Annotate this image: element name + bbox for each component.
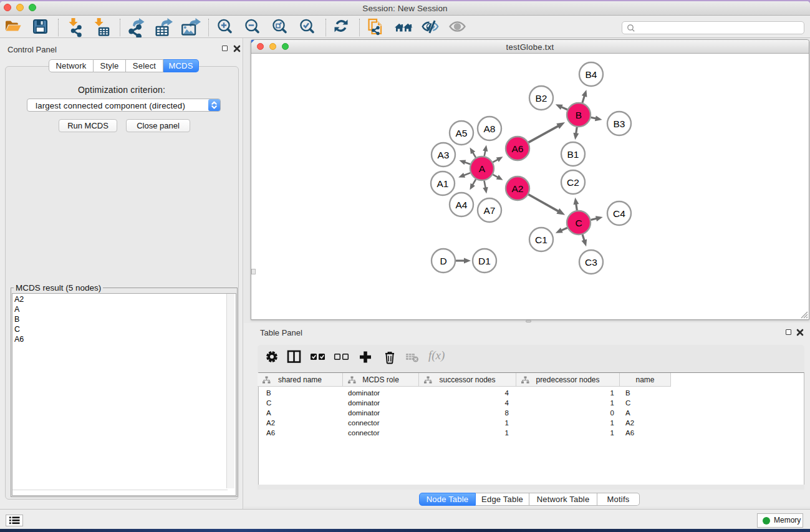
svg-text:D: D	[440, 256, 446, 266]
svg-text:B: B	[576, 110, 582, 120]
svg-text:A3: A3	[438, 150, 450, 160]
svg-text:A1: A1	[437, 178, 449, 189]
svg-text:A2: A2	[512, 183, 524, 194]
svg-text:A: A	[479, 163, 486, 174]
svg-text:C2: C2	[567, 177, 579, 188]
svg-text:D1: D1	[478, 256, 491, 266]
svg-text:A4: A4	[456, 200, 468, 210]
svg-text:C1: C1	[535, 235, 547, 245]
svg-text:C4: C4	[613, 208, 625, 219]
svg-text:B1: B1	[567, 149, 579, 160]
svg-text:B4: B4	[586, 69, 597, 80]
svg-text:A8: A8	[484, 123, 496, 134]
svg-text:B3: B3	[614, 118, 625, 129]
svg-text:A5: A5	[456, 128, 468, 138]
svg-text:B2: B2	[536, 93, 547, 104]
svg-text:C3: C3	[585, 257, 597, 268]
svg-text:A6: A6	[512, 143, 524, 154]
svg-text:A7: A7	[484, 205, 496, 216]
svg-text:C: C	[575, 218, 582, 228]
